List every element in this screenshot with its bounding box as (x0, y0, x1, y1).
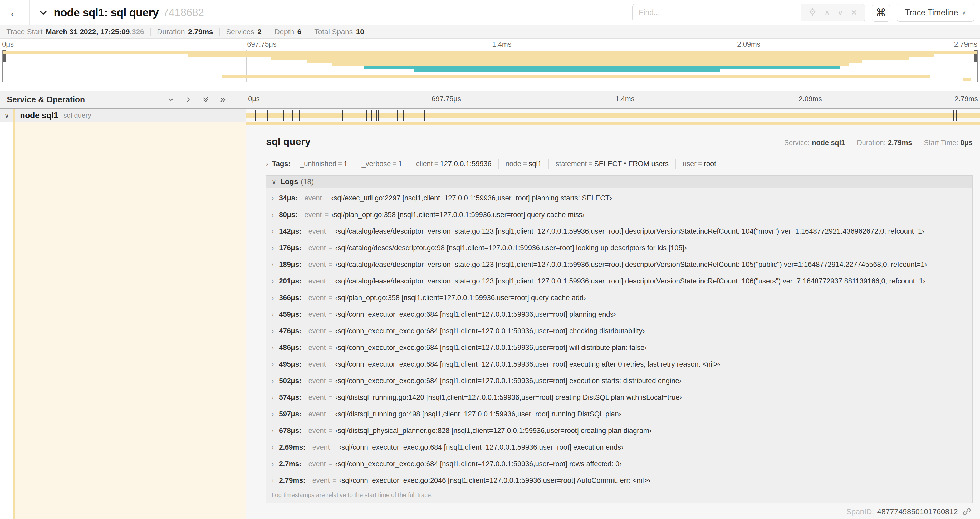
tag-item[interactable]: user=root (676, 159, 723, 169)
log-timestamp: 502μs: (279, 377, 302, 385)
log-field-key: event (309, 427, 326, 435)
span-id-value: 4877749850101760812 (877, 508, 958, 516)
duration-label: Duration: (857, 139, 886, 147)
back-button[interactable]: ← (0, 0, 30, 25)
log-field-value: ‹sql/exec_util.go:2297 [nsql1,client=127… (331, 194, 612, 202)
summary-value-suffix: .326 (130, 28, 144, 36)
summary-item: Depth6 (275, 28, 301, 36)
log-row[interactable]: ›459μs:event=‹sql/conn_executor_exec.go:… (266, 306, 972, 323)
span-color-accent (13, 109, 15, 122)
log-timestamp: 459μs: (279, 310, 302, 319)
logs-accordion: ∨ Logs (18) ›34μs:event=‹sql/exec_util.g… (266, 176, 973, 503)
trace-title-wrap: node sql1: sql query 7418682 (38, 6, 204, 19)
summary-item: Total Spans10 (314, 28, 364, 36)
log-equals: = (325, 211, 329, 219)
log-row[interactable]: ›486μs:event=‹sql/conn_executor_exec.go:… (266, 339, 972, 356)
log-row[interactable]: ›597μs:event=‹sql/distsql_running.go:498… (266, 406, 972, 423)
log-row[interactable]: ›495μs:event=‹sql/conn_executor_exec.go:… (266, 356, 972, 373)
log-field-value: ‹sql/conn_executor_exec.go:684 [nsql1,cl… (335, 310, 616, 319)
tag-value: 127.0.0.1:59936 (440, 160, 491, 168)
aim-icon[interactable] (808, 8, 817, 18)
timeline-grid-line (430, 109, 430, 122)
find-tools: ∧ ∨ ✕ (801, 4, 865, 21)
log-marker-tick (403, 110, 404, 121)
log-row[interactable]: ›502μs:event=‹sql/conn_executor_exec.go:… (266, 373, 972, 389)
chevron-right-icon: › (272, 244, 278, 252)
span-row-label[interactable]: ∨ node sql1 sql query (0, 109, 246, 122)
log-row[interactable]: ›201μs:event=‹sql/catalog/lease/descript… (266, 273, 972, 289)
tag-item[interactable]: statement=SELECT * FROM users (549, 159, 676, 169)
span-detail-panel: sql query Service:node sql1 Duration:2.7… (246, 122, 980, 519)
column-resizer-handle[interactable] (240, 100, 242, 106)
summary-separator (150, 28, 151, 36)
log-timestamp: 486μs: (279, 343, 302, 352)
minimap-tick-label: 1.4ms (492, 40, 512, 48)
log-field-key: event (309, 377, 326, 385)
collapse-trace-icon[interactable] (38, 8, 48, 18)
tag-item[interactable]: _verbose=1 (355, 159, 409, 169)
next-result-icon[interactable]: ∨ (837, 9, 843, 17)
summary-label: Depth (275, 28, 294, 36)
log-marker-tick (299, 110, 299, 121)
log-equals: = (329, 460, 333, 468)
span-detail-row: sql query Service:node sql1 Duration:2.7… (0, 122, 980, 519)
log-row[interactable]: ›2.79ms:event=‹sql/conn_executor_exec.go… (266, 472, 972, 489)
tag-item[interactable]: _unfinished=1 (293, 159, 355, 169)
log-row[interactable]: ›189μs:event=‹sql/catalog/lease/descript… (266, 256, 972, 273)
span-row: ∨ node sql1 sql query (0, 109, 980, 122)
log-row[interactable]: ›574μs:event=‹sql/distsql_running.go:142… (266, 389, 972, 406)
chevron-right-icon: › (272, 344, 278, 351)
log-timestamp: 2.7ms: (279, 460, 302, 468)
logs-header[interactable]: ∨ Logs (18) (266, 176, 972, 188)
find-input[interactable] (632, 4, 801, 21)
logs-list: ›34μs:event=‹sql/exec_util.go:2297 [nsql… (266, 188, 972, 489)
chevron-right-icon: › (272, 278, 278, 285)
log-row[interactable]: ›34μs:event=‹sql/exec_util.go:2297 [nsql… (266, 190, 972, 206)
minimap-span (963, 78, 971, 81)
log-field-value: ‹sql/conn_executor_exec.go:684 [nsql1,cl… (335, 343, 647, 352)
log-field-value: ‹sql/plan_opt.go:358 [nsql1,client=127.0… (331, 211, 585, 219)
chevron-right-icon: › (272, 410, 278, 418)
log-field-key: event (309, 277, 326, 285)
span-id-row: SpanID: 4877749850101760812 (846, 507, 972, 516)
tag-equals: = (697, 160, 704, 168)
collapse-all-icon[interactable] (202, 96, 210, 103)
log-field-key: event (312, 476, 330, 485)
log-row[interactable]: ›2.69ms:event=‹sql/conn_executor_exec.go… (266, 439, 972, 456)
link-icon[interactable] (962, 507, 972, 516)
chevron-right-icon: › (272, 228, 278, 235)
chevron-right-icon: › (272, 294, 278, 302)
view-selector-label: Trace Timeline (905, 8, 958, 18)
keyboard-shortcuts-button[interactable]: ⌘ (872, 4, 890, 22)
collapse-one-icon[interactable] (167, 96, 175, 103)
tag-item[interactable]: node=sql1 (499, 159, 549, 169)
span-expander-icon[interactable]: ∨ (4, 111, 10, 120)
log-row[interactable]: ›366μs:event=‹sql/plan_opt.go:358 [nsql1… (266, 289, 972, 306)
timeline-header-row: Service & Operation 0μs697.75μs1.4ms2.09… (0, 91, 980, 109)
back-arrow-icon: ← (9, 6, 21, 20)
log-row[interactable]: ›142μs:event=‹sql/catalog/lease/descript… (266, 223, 972, 240)
log-row[interactable]: ›176μs:event=‹sql/catalog/descs/descript… (266, 240, 972, 256)
log-row[interactable]: ›2.7ms:event=‹sql/conn_executor_exec.go:… (266, 456, 972, 472)
summary-value: 2 (258, 28, 262, 36)
expand-all-icon[interactable] (220, 96, 227, 103)
ruler-grid-line (430, 91, 430, 108)
log-field-key: event (309, 393, 326, 402)
tag-equals: = (521, 160, 529, 168)
trace-minimap[interactable] (2, 50, 978, 82)
expand-one-icon[interactable] (185, 96, 192, 103)
tag-equals: = (391, 160, 398, 168)
log-row[interactable]: ›678μs:event=‹sql/distsql_physical_plann… (266, 423, 972, 439)
service-label: Service: (784, 139, 810, 147)
clear-find-icon[interactable]: ✕ (851, 9, 857, 17)
tag-item[interactable]: client=127.0.0.1:59936 (409, 159, 499, 169)
log-field-value: ‹sql/conn_executor_exec.go:684 [nsql1,cl… (335, 327, 644, 335)
log-row[interactable]: ›476μs:event=‹sql/conn_executor_exec.go:… (266, 323, 972, 339)
view-selector-button[interactable]: Trace Timeline ∨ (897, 4, 974, 22)
log-field-value: ‹sql/distsql_physical_planner.go:828 [ns… (335, 427, 651, 435)
prev-result-icon[interactable]: ∧ (824, 9, 830, 17)
service-operation-title: Service & Operation (7, 95, 85, 104)
tags-accordion[interactable]: › Tags: _unfinished=1_verbose=1client=12… (266, 159, 973, 169)
summary-item: Trace StartMarch 31 2022, 17:25:09.326 (6, 28, 144, 36)
log-row[interactable]: ›80μs:event=‹sql/plan_opt.go:358 [nsql1,… (266, 206, 972, 223)
